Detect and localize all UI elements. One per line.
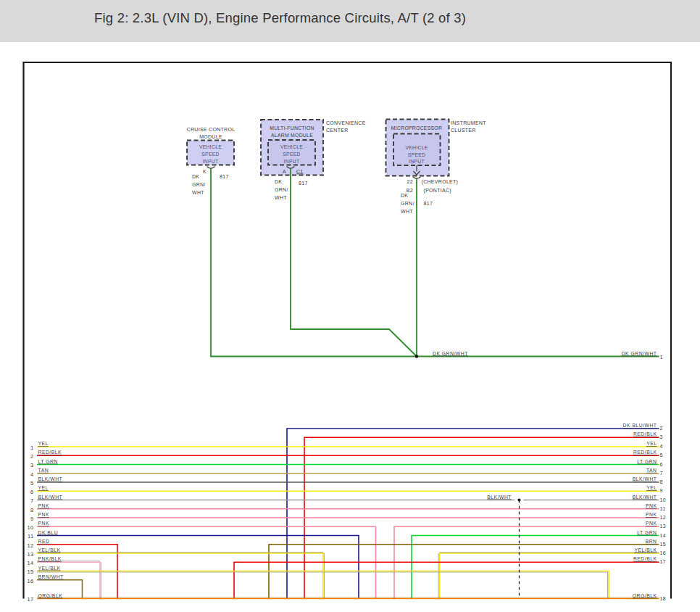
svg-text:YEL/BLK: YEL/BLK (38, 547, 61, 553)
svg-text:12: 12 (28, 542, 34, 549)
svg-text:PNK/BLK: PNK/BLK (38, 556, 62, 561)
svg-text:YEL: YEL (38, 485, 49, 490)
svg-text:1: 1 (660, 355, 663, 360)
svg-text:16: 16 (660, 550, 666, 555)
svg-text:SPEED: SPEED (201, 152, 220, 157)
svg-text:INSTRUMENT: INSTRUMENT (451, 120, 486, 125)
svg-text:PNK: PNK (646, 503, 657, 508)
svg-text:DK: DK (401, 193, 408, 198)
svg-text:VEHICLE: VEHICLE (199, 144, 222, 149)
svg-text:9: 9 (660, 488, 663, 493)
svg-text:15: 15 (28, 568, 34, 575)
svg-text:CONVENIENCE: CONVENIENCE (326, 120, 366, 125)
svg-text:YEL/BLK: YEL/BLK (634, 547, 657, 553)
svg-text:Fig 2: 2.3L (VIN D), Engine Pe: Fig 2: 2.3L (VIN D), Engine Performance … (94, 10, 466, 25)
svg-text:VEHICLE: VEHICLE (280, 144, 303, 149)
svg-text:6: 6 (660, 462, 663, 467)
svg-text:22: 22 (407, 179, 413, 184)
svg-text:MULTI-FUNCTION: MULTI-FUNCTION (270, 125, 314, 131)
svg-text:14: 14 (660, 533, 666, 538)
svg-text:YEL/BLK: YEL/BLK (38, 566, 61, 571)
svg-text:5: 5 (30, 480, 33, 487)
svg-text:ORG/BLK: ORG/BLK (38, 593, 63, 598)
svg-text:INPUT: INPUT (203, 159, 219, 164)
svg-text:BRN: BRN (646, 539, 657, 544)
svg-text:RED/BLK: RED/BLK (633, 450, 657, 455)
svg-text:DK: DK (275, 179, 282, 184)
svg-text:GRN/: GRN/ (275, 187, 288, 192)
svg-text:CRUISE CONTROL: CRUISE CONTROL (187, 127, 236, 132)
svg-text:GRN/: GRN/ (401, 201, 414, 206)
svg-text:DK BLU: DK BLU (38, 530, 59, 535)
svg-text:INPUT: INPUT (409, 159, 425, 164)
svg-text:817: 817 (299, 181, 308, 186)
svg-text:17: 17 (660, 559, 666, 564)
svg-text:2: 2 (30, 453, 33, 460)
svg-text:TAN: TAN (38, 468, 49, 473)
svg-text:16: 16 (28, 578, 34, 584)
svg-text:(CHEVROLET): (CHEVROLET) (422, 179, 459, 185)
svg-text:10: 10 (28, 524, 34, 531)
svg-text:RED/BLK: RED/BLK (633, 556, 657, 561)
svg-text:GRN/: GRN/ (192, 182, 206, 187)
svg-text:RED/BLK: RED/BLK (38, 450, 62, 455)
svg-text:13: 13 (660, 524, 666, 529)
svg-text:14: 14 (28, 560, 34, 566)
svg-text:K: K (203, 169, 207, 174)
svg-text:BLK/WHT: BLK/WHT (633, 495, 657, 500)
svg-text:BLK/WHT: BLK/WHT (633, 476, 657, 481)
svg-text:SPEED: SPEED (283, 152, 301, 157)
svg-text:YEL: YEL (38, 441, 49, 446)
svg-text:9: 9 (30, 516, 33, 522)
svg-text:3: 3 (660, 434, 663, 439)
svg-text:3: 3 (30, 462, 33, 468)
svg-text:B2: B2 (407, 188, 413, 193)
svg-text:13: 13 (28, 551, 34, 558)
svg-text:DK BLU/WHT: DK BLU/WHT (623, 423, 657, 428)
svg-text:YEL: YEL (646, 441, 657, 446)
svg-text:7: 7 (660, 471, 663, 476)
svg-text:1: 1 (30, 444, 33, 451)
svg-text:MODULE: MODULE (199, 134, 222, 139)
svg-text:8: 8 (660, 479, 663, 484)
svg-text:18: 18 (660, 596, 666, 601)
svg-text:PNK: PNK (38, 512, 49, 517)
svg-text:RED: RED (38, 539, 50, 544)
svg-text:BLK/WHT: BLK/WHT (38, 476, 63, 481)
svg-text:SPEED: SPEED (408, 152, 426, 157)
svg-text:LT GRN: LT GRN (637, 459, 657, 464)
svg-text:WHT: WHT (401, 209, 413, 214)
svg-text:4: 4 (30, 471, 33, 478)
svg-text:BRN/WHT: BRN/WHT (38, 574, 64, 579)
svg-text:C1: C1 (296, 169, 304, 174)
svg-text:ORG/BLK: ORG/BLK (633, 593, 657, 598)
svg-text:VEHICLE: VEHICLE (405, 145, 428, 150)
svg-text:17: 17 (28, 596, 34, 603)
svg-text:10: 10 (660, 497, 666, 503)
svg-text:TAN: TAN (646, 468, 657, 473)
svg-text:BLK/WHT: BLK/WHT (38, 495, 63, 500)
svg-text:BLK/WHT: BLK/WHT (487, 495, 512, 500)
svg-text:ALARM MODULE: ALARM MODULE (271, 133, 313, 138)
svg-text:RED/BLK: RED/BLK (633, 431, 657, 437)
svg-text:MICROPROCESSOR: MICROPROCESSOR (391, 125, 442, 131)
svg-text:WHT: WHT (275, 195, 287, 200)
svg-text:PNK: PNK (38, 521, 49, 526)
svg-text:DK GRN/WHT: DK GRN/WHT (433, 351, 468, 356)
svg-text:11: 11 (28, 533, 33, 539)
svg-text:INPUT: INPUT (284, 159, 300, 164)
svg-text:2: 2 (660, 426, 663, 431)
svg-text:4: 4 (660, 444, 663, 449)
svg-text:PNK: PNK (646, 512, 657, 517)
svg-text:7: 7 (30, 497, 33, 504)
svg-text:WHT: WHT (192, 190, 204, 195)
svg-text:12: 12 (660, 515, 666, 520)
svg-text:CLUSTER: CLUSTER (451, 128, 476, 133)
svg-text:PNK: PNK (646, 521, 657, 526)
svg-text:(PONTIAC): (PONTIAC) (424, 188, 451, 194)
svg-text:LT GRN: LT GRN (38, 459, 58, 464)
svg-text:PNK: PNK (38, 503, 49, 508)
svg-text:817: 817 (220, 174, 229, 179)
svg-text:CENTER: CENTER (326, 128, 349, 133)
svg-text:15: 15 (660, 542, 666, 547)
